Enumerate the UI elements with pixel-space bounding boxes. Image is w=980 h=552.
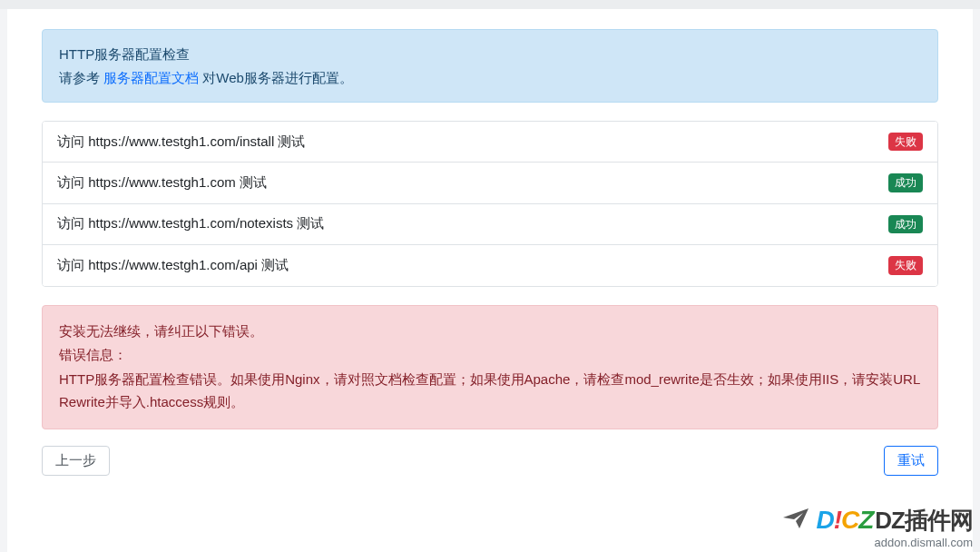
page-container: HTTP服务器配置检查 请参考 服务器配置文档 对Web服务器进行配置。 访问 …	[7, 9, 973, 552]
check-list: 访问 https://www.testgh1.com/install 测试 失败…	[42, 121, 938, 287]
error-line: 错误信息：	[59, 344, 921, 367]
error-line: HTTP服务器配置检查错误。如果使用Nginx，请对照文档检查配置；如果使用Ap…	[59, 369, 921, 414]
status-badge: 成功	[888, 215, 923, 233]
prev-button[interactable]: 上一步	[42, 446, 110, 476]
button-row: 上一步 重试	[42, 446, 938, 476]
info-alert-suffix: 对Web服务器进行配置。	[199, 70, 353, 85]
info-alert: HTTP服务器配置检查 请参考 服务器配置文档 对Web服务器进行配置。	[42, 29, 938, 103]
error-line: 安装无法继续，请纠正以下错误。	[59, 320, 921, 343]
status-badge: 失败	[888, 133, 923, 151]
check-label: 访问 https://www.testgh1.com/notexists 测试	[57, 215, 324, 232]
doc-link[interactable]: 服务器配置文档	[103, 70, 199, 85]
check-label: 访问 https://www.testgh1.com 测试	[57, 174, 267, 192]
check-label: 访问 https://www.testgh1.com/install 测试	[57, 133, 305, 151]
info-alert-prefix: 请参考	[59, 70, 103, 85]
check-item: 访问 https://www.testgh1.com/notexists 测试 …	[43, 204, 937, 245]
check-label: 访问 https://www.testgh1.com/api 测试	[57, 257, 289, 274]
top-strip	[0, 0, 980, 9]
check-item: 访问 https://www.testgh1.com 测试 成功	[43, 163, 937, 203]
error-alert: 安装无法继续，请纠正以下错误。 错误信息： HTTP服务器配置检查错误。如果使用…	[42, 305, 938, 429]
status-badge: 失败	[888, 256, 923, 274]
status-badge: 成功	[888, 173, 923, 192]
info-alert-title: HTTP服务器配置检查	[59, 43, 921, 66]
retry-button[interactable]: 重试	[884, 446, 938, 476]
check-item: 访问 https://www.testgh1.com/install 测试 失败	[43, 122, 937, 163]
check-item: 访问 https://www.testgh1.com/api 测试 失败	[43, 245, 937, 285]
info-alert-body: 请参考 服务器配置文档 对Web服务器进行配置。	[59, 66, 921, 90]
